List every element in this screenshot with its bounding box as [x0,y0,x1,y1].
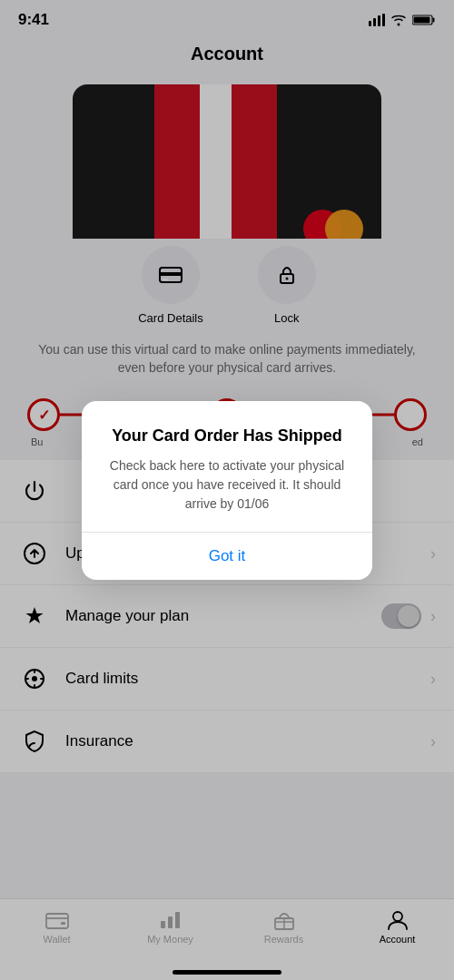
got-it-button[interactable]: Got it [104,533,350,580]
modal-card: Your Card Order Has Shipped Check back h… [82,401,372,580]
modal-overlay: Your Card Order Has Shipped Check back h… [0,0,454,980]
modal-title: Your Card Order Has Shipped [104,426,350,446]
modal-body: Check back here to activate your physica… [104,456,350,514]
